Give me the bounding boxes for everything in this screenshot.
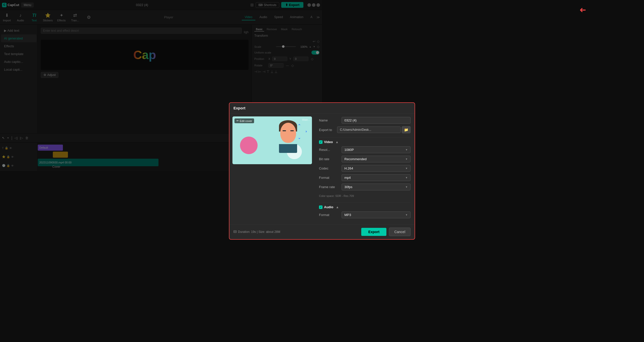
pink-circle bbox=[240, 137, 258, 154]
codec-row: Codec H.264 ▼ bbox=[319, 165, 322, 171]
name-label: Name bbox=[319, 118, 322, 122]
bitrate-label: Bit rate bbox=[319, 157, 322, 161]
export-to-row: Export to 📁 bbox=[319, 126, 322, 133]
divider-1 bbox=[319, 137, 322, 138]
codec-label: Codec bbox=[319, 166, 322, 170]
dialog-preview: ✏ Edit cover Wate... Default bbox=[229, 113, 315, 171]
export-dialog: Export bbox=[229, 102, 322, 171]
dialog-title: Export bbox=[229, 103, 322, 113]
dialog-settings: Name Export to 📁 ✓ Vid bbox=[315, 113, 322, 171]
bitrate-row: Bit rate Recommended ▼ bbox=[319, 156, 322, 162]
video-checkbox[interactable]: ✓ bbox=[319, 140, 322, 144]
watermark-label: Wate... bbox=[302, 118, 310, 121]
modal-overlay: ➜ Export bbox=[0, 0, 322, 171]
edit-icon: ✏ bbox=[236, 119, 239, 122]
resolution-row: Resol... 1080P ▼ bbox=[319, 146, 322, 153]
video-section-header: ✓ Video ▲ bbox=[319, 140, 322, 144]
cartoon-face bbox=[277, 118, 299, 153]
name-row: Name bbox=[319, 117, 322, 124]
edit-cover-button[interactable]: ✏ Edit cover bbox=[234, 118, 254, 123]
resolution-label: Resol... bbox=[319, 148, 322, 152]
edit-cover-label: Edit cover bbox=[240, 119, 252, 122]
preview-video: ✏ Edit cover Wate... Default bbox=[232, 116, 312, 164]
export-to-label: Export to bbox=[319, 128, 322, 132]
dialog-body: ✏ Edit cover Wate... Default Name bbox=[229, 113, 322, 171]
